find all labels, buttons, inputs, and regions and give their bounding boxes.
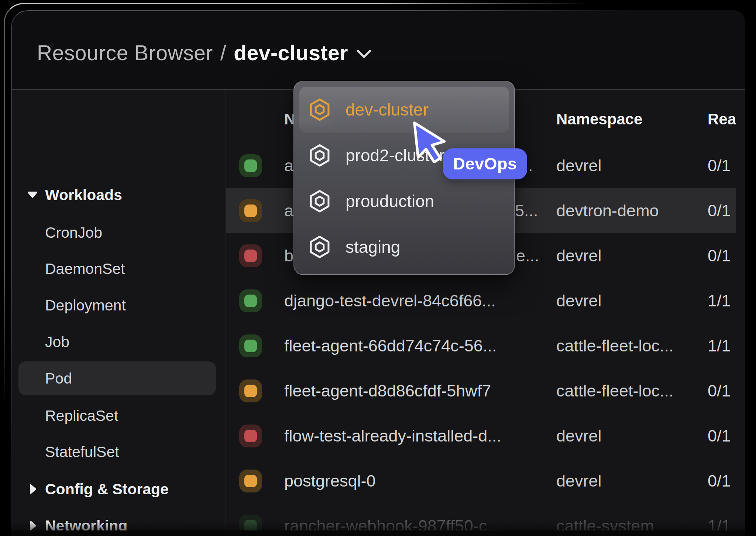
namespace-cell: devrel (556, 426, 602, 446)
sidebar-item-label: Job (45, 333, 69, 351)
cluster-hexagon-icon (310, 190, 330, 213)
window-bottom-edge (11, 530, 745, 536)
table-row[interactable]: flow-test-already-installed-d... devrel … (226, 413, 736, 458)
sidebar-item[interactable]: StatefulSet (11, 434, 226, 470)
ready-cell: 1/1 (708, 336, 731, 355)
sidebar-item[interactable]: CronJob (11, 214, 226, 251)
pod-status-icon (239, 470, 262, 492)
ready-cell: 0/1 (708, 426, 731, 446)
pod-name-fragment: 5... (515, 201, 538, 220)
ready-cell: 0/1 (708, 156, 731, 175)
cluster-item-label: staging (346, 237, 400, 257)
namespace-cell: devtron-demo (556, 201, 659, 220)
pod-status-icon (239, 379, 262, 402)
namespace-cell: devrel (556, 246, 602, 265)
breadcrumb-separator: / (220, 41, 226, 65)
sidebar-item-label: Workloads (45, 186, 122, 204)
table-row[interactable]: postgresql-0 devrel 0/1 (226, 458, 736, 504)
sidebar-item[interactable]: Deployment (11, 287, 226, 323)
sidebar-item[interactable]: Config & Storage (11, 471, 226, 507)
pod-name: postgresql-0 (284, 471, 376, 491)
pod-name-fragment: . (528, 156, 533, 175)
sidebar-item[interactable]: ReplicaSet (11, 398, 226, 434)
cluster-dropdown-item[interactable]: dev-cluster (299, 87, 509, 133)
pod-status-icon (239, 334, 262, 357)
namespace-cell: cattle-fleet-loc... (556, 381, 674, 401)
sidebar-item-label: Pod (45, 370, 72, 387)
pod-status-icon (239, 199, 262, 222)
ready-cell: 0/1 (708, 201, 731, 220)
sidebar-item[interactable]: DaemonSet (11, 251, 226, 287)
ready-cell: 1/1 (708, 291, 731, 310)
sidebar-item-label: DaemonSet (45, 260, 125, 278)
breadcrumb-root[interactable]: Resource Browser (37, 41, 213, 65)
table-row[interactable]: django-test-devrel-84c6f66... devrel 1/1 (226, 278, 736, 323)
sidebar-item-label: Config & Storage (45, 481, 169, 498)
sidebar-item-label: ReplicaSet (45, 407, 118, 425)
breadcrumb: Resource Browser / dev-cluster (37, 41, 372, 65)
cluster-hexagon-icon (310, 98, 330, 121)
namespace-cell: cattle-fleet-loc... (556, 336, 674, 355)
pod-name: a (284, 156, 293, 175)
cluster-hexagon-icon (310, 144, 330, 167)
column-header-ready: Ready (708, 110, 736, 129)
cluster-item-label: prouduction (346, 191, 434, 211)
cluster-item-label: dev-cluster (346, 100, 429, 120)
pod-name: a (284, 201, 293, 220)
sidebar-item[interactable]: Pod (18, 361, 216, 395)
cluster-hexagon-icon (310, 236, 330, 258)
pod-name: fleet-agent-66dd74c74c-56... (284, 336, 496, 355)
cluster-item-label: prod2-cluster (346, 145, 444, 165)
pod-status-icon (239, 425, 262, 447)
sidebar-item[interactable]: Workloads (11, 177, 226, 213)
collaborator-name: DevOps (453, 154, 517, 173)
ready-cell: 0/1 (708, 471, 731, 491)
caret-down-icon (27, 191, 38, 199)
sidebar-item-label: StatefulSet (45, 443, 119, 461)
sidebar-item[interactable]: Job (11, 324, 226, 360)
namespace-cell: devrel (556, 291, 602, 310)
selected-cluster-name: dev-cluster (234, 41, 348, 65)
window-bottom-fade (11, 521, 745, 530)
sidebar-item-label: CronJob (45, 224, 102, 241)
pod-name-fragment: e... (516, 246, 539, 265)
sidebar-item-label: Deployment (45, 297, 126, 314)
chevron-down-icon (356, 49, 372, 59)
cluster-dropdown-item[interactable]: staging (299, 224, 509, 270)
table-row[interactable]: fleet-agent-d8d86cfdf-5hwf7 cattle-fleet… (226, 368, 736, 413)
pod-name: flow-test-already-installed-d... (284, 426, 501, 446)
pod-status-icon (239, 289, 262, 312)
cluster-selector[interactable]: dev-cluster (234, 41, 372, 65)
pod-status-icon (239, 154, 262, 177)
app-window: Resource Browser / dev-cluster Workloads (11, 10, 745, 536)
column-header-namespace: Namespace (556, 110, 642, 129)
pod-status-icon (239, 244, 262, 267)
pod-name: b (284, 246, 293, 265)
ready-cell: 0/1 (708, 246, 731, 265)
namespace-cell: devrel (556, 156, 602, 175)
namespace-cell: devrel (556, 471, 602, 491)
collaborator-badge: DevOps (443, 148, 527, 179)
sidebar: Workloads CronJob DaemonSet (11, 90, 226, 536)
caret-right-icon (29, 484, 37, 495)
cluster-dropdown-item[interactable]: prouduction (299, 178, 509, 224)
ready-cell: 0/1 (708, 381, 731, 401)
pod-name: django-test-devrel-84c6f66... (284, 291, 496, 310)
pod-name: fleet-agent-d8d86cfdf-5hwf7 (284, 381, 491, 401)
table-row[interactable]: fleet-agent-66dd74c74c-56... cattle-flee… (226, 323, 736, 368)
